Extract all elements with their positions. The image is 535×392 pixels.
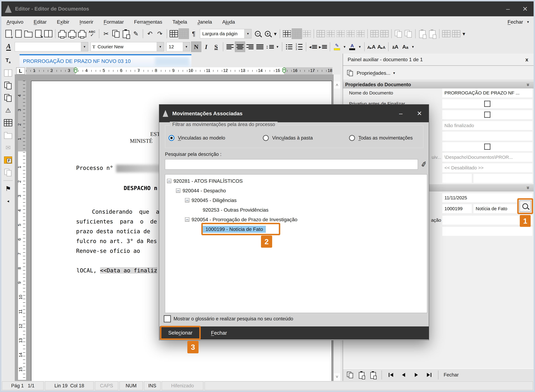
list-view-icon[interactable] bbox=[3, 118, 13, 127]
increase-indent-icon[interactable]: ▸ bbox=[318, 42, 328, 52]
spellcheck-icon[interactable]: ABC✓ bbox=[87, 28, 97, 39]
clear-search-icon[interactable]: ✐ bbox=[418, 158, 429, 170]
highlight-color-icon[interactable]: ✎ bbox=[332, 42, 342, 52]
highlight-caret-icon[interactable]: ▾ bbox=[342, 42, 347, 52]
glossary-checkbox[interactable] bbox=[164, 315, 171, 322]
search-input[interactable] bbox=[165, 159, 418, 169]
previous-document-button[interactable] bbox=[398, 370, 409, 380]
paste-document-icon[interactable] bbox=[357, 370, 367, 379]
style-combo[interactable]: ▾ bbox=[15, 42, 88, 51]
dialog-fechar-button[interactable]: Fechar bbox=[211, 330, 227, 336]
tree-item[interactable]: −920054 - Prorrogação de Prazo de Invest… bbox=[185, 215, 297, 224]
line-spacing-icon[interactable]: ↕ bbox=[265, 42, 275, 52]
section-header-document-properties[interactable]: Propriedades do Documento » bbox=[343, 81, 534, 89]
tree-expander-icon[interactable]: − bbox=[185, 198, 189, 202]
tree-item[interactable]: −920044 - Despacho bbox=[176, 186, 226, 195]
collapse-chevron-icon[interactable]: » bbox=[525, 83, 531, 86]
draft-warning-icon[interactable]: ⚠ bbox=[3, 106, 13, 115]
split-window-icon[interactable] bbox=[43, 28, 53, 39]
line-spacing-caret-icon[interactable]: ▾ bbox=[275, 42, 280, 52]
align-left-icon[interactable] bbox=[225, 42, 235, 52]
movement-code-field[interactable]: 1000199 bbox=[442, 204, 472, 213]
property-field[interactable] bbox=[442, 132, 532, 141]
tree-item[interactable]: 1000199 - Notícia de Fato bbox=[203, 225, 266, 233]
property-field[interactable] bbox=[442, 174, 472, 183]
more-format-caret-icon[interactable]: ▾ bbox=[410, 42, 415, 52]
aux-panel-close-icon[interactable]: x bbox=[525, 56, 528, 63]
rename-document-icon[interactable] bbox=[3, 81, 13, 90]
menu-item-fechar[interactable]: Fechar▾ bbox=[507, 19, 529, 25]
redo-icon[interactable]: ↷ bbox=[155, 28, 165, 39]
finalize-folder-icon[interactable]: F bbox=[3, 155, 13, 164]
property-field[interactable] bbox=[474, 174, 533, 183]
align-center-icon[interactable] bbox=[235, 42, 245, 52]
paste-icon[interactable] bbox=[121, 28, 131, 39]
blank-document-icon[interactable] bbox=[14, 28, 23, 39]
radio-selected-icon[interactable] bbox=[168, 135, 174, 141]
ruler-origin-box[interactable]: L bbox=[16, 67, 25, 75]
underline-button[interactable]: S bbox=[211, 42, 221, 52]
font-combo[interactable]: TCourier New▾ bbox=[91, 42, 164, 51]
print-setup-icon[interactable] bbox=[77, 28, 87, 39]
dialog-minimize-button[interactable]: – bbox=[391, 110, 410, 117]
print-icon[interactable] bbox=[57, 28, 67, 39]
zoom-options-caret-icon[interactable]: ▾ bbox=[273, 28, 278, 39]
radio-icon[interactable] bbox=[263, 135, 269, 141]
checkbox[interactable] bbox=[484, 101, 490, 107]
radio-option[interactable]: Vinculadas à pasta bbox=[263, 135, 313, 141]
menu-item-exibir[interactable]: Exibir bbox=[52, 19, 74, 25]
cut-icon[interactable]: ✂ bbox=[101, 28, 111, 39]
aux-close-button[interactable]: Fechar bbox=[444, 372, 459, 378]
dialog-title-bar[interactable]: Movimentações Associadas – ✕ bbox=[159, 105, 429, 122]
selecionar-button[interactable]: Selecionar bbox=[160, 326, 201, 340]
decrease-indent-icon[interactable]: ◂ bbox=[308, 42, 318, 52]
menu-item-formatar[interactable]: Formatar bbox=[98, 19, 129, 25]
table-gridlines-icon[interactable] bbox=[282, 28, 292, 39]
font-color-caret-icon[interactable]: ▾ bbox=[357, 42, 363, 52]
character-style-icon[interactable]: A bbox=[4, 42, 14, 52]
close-button[interactable]: ✕ bbox=[516, 5, 534, 13]
copy-document-icon[interactable] bbox=[345, 370, 355, 379]
flag-tool-icon[interactable]: ⚑ bbox=[3, 184, 13, 193]
properties-menu-button[interactable]: Propriedades... bbox=[357, 70, 390, 76]
copy-icon[interactable] bbox=[111, 28, 121, 39]
menu-item-inserir[interactable]: Inserir bbox=[74, 19, 98, 25]
minimize-button[interactable]: – bbox=[499, 5, 516, 13]
left-indent-marker[interactable] bbox=[74, 68, 78, 73]
grow-font-icon[interactable]: A▸A bbox=[367, 42, 376, 52]
shrink-font-icon[interactable]: A▸A bbox=[376, 42, 386, 52]
tree-item[interactable]: −920045 - Diligências bbox=[185, 196, 237, 205]
undo-icon[interactable]: ↶ bbox=[145, 28, 155, 39]
tree-expander-icon[interactable]: − bbox=[167, 179, 171, 183]
collapse-panel-icon[interactable]: ◂ bbox=[3, 196, 13, 205]
numbered-list-icon[interactable]: 123 bbox=[294, 42, 304, 52]
first-document-button[interactable] bbox=[385, 370, 396, 380]
scroll-down-icon[interactable]: ˅ bbox=[334, 373, 340, 380]
copy-section-icon[interactable] bbox=[3, 93, 13, 102]
font-color-icon[interactable]: A bbox=[347, 42, 357, 52]
scroll-up-icon[interactable]: ˄ bbox=[334, 81, 340, 89]
italic-button[interactable]: I bbox=[201, 42, 211, 52]
menu-item-ajuda[interactable]: Ajuda bbox=[217, 19, 240, 25]
import-document-icon[interactable]: ↘ bbox=[33, 28, 43, 39]
right-indent-marker[interactable] bbox=[282, 68, 286, 73]
empty-field[interactable] bbox=[442, 216, 532, 225]
empty-field[interactable] bbox=[442, 227, 532, 236]
zoom-out-icon[interactable]: − bbox=[253, 28, 263, 39]
tree-expander-icon[interactable]: − bbox=[176, 188, 180, 193]
tree-item[interactable]: 920253 - Outras Providências bbox=[203, 205, 268, 214]
format-painter-icon[interactable]: ✎ bbox=[131, 28, 141, 39]
tree-item[interactable]: −920281 - ATOS FINALÍSTICOS bbox=[167, 177, 243, 185]
paste-special-icon[interactable] bbox=[368, 370, 378, 379]
zoom-in-icon[interactable]: + bbox=[263, 28, 273, 39]
next-document-button[interactable] bbox=[411, 370, 422, 380]
new-document-icon[interactable]: + bbox=[4, 28, 14, 39]
checkbox[interactable] bbox=[484, 112, 490, 118]
paragraph-marks-icon[interactable]: ¶ bbox=[189, 28, 199, 39]
menu-item-janela[interactable]: Janela bbox=[192, 19, 217, 25]
uppercase-icon[interactable]: ãA bbox=[390, 42, 400, 52]
radio-option[interactable]: Todas as movimentações bbox=[349, 135, 413, 141]
property-field[interactable]: \Despacho\Documentos\PROR... bbox=[442, 153, 532, 162]
movement-description-field[interactable]: Notícia de Fato bbox=[474, 204, 517, 213]
radio-option[interactable]: Vinculadas ao modelo bbox=[168, 135, 225, 141]
